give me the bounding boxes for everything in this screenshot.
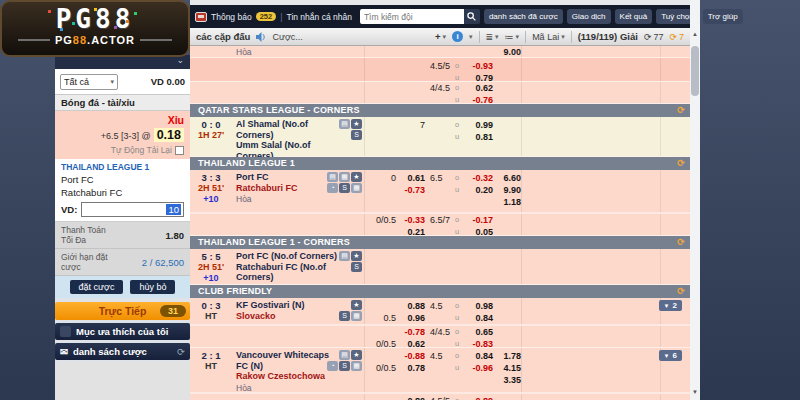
refresh-icon[interactable]: ⟳ — [677, 104, 685, 117]
view-control[interactable]: ≔ ▾ — [505, 32, 520, 42]
odds-1x2[interactable]: 1.18 — [493, 196, 521, 208]
over-odds[interactable]: 0.98 — [463, 300, 493, 312]
filter-select[interactable]: Tất cả ▾ — [60, 74, 118, 90]
favorites-button[interactable]: Mục ưa thích của tôi — [55, 323, 190, 340]
under-odds[interactable]: 0.20 — [463, 184, 493, 196]
notifications-link[interactable]: Thông báo — [211, 12, 252, 22]
odds-type-select[interactable]: Mã Lai ▾ — [532, 32, 565, 42]
refresh-icon[interactable]: ⟳ — [677, 157, 685, 170]
over-odds[interactable]: 0.62 — [463, 82, 493, 94]
scroll-up-icon[interactable]: ▲ — [690, 31, 700, 37]
goal-line: 4.5/5 — [425, 395, 451, 400]
under-odds[interactable]: -0.96 — [463, 362, 493, 374]
odds-1x2[interactable]: 9.90 — [493, 184, 521, 196]
over-marker: o — [451, 395, 463, 400]
stats-icon[interactable]: S — [339, 183, 350, 193]
odds-1x2[interactable]: 1.78 — [493, 350, 521, 362]
nav-results-button[interactable]: Kết quả — [615, 9, 653, 24]
tv-icon[interactable]: ▤ — [339, 119, 350, 129]
place-bet-button[interactable]: đặt cược — [70, 280, 124, 294]
hdp-odds[interactable]: 0.61 — [399, 172, 425, 184]
chevron-down-icon: ▾ — [110, 78, 114, 86]
over-odds[interactable]: 0.84 — [463, 350, 493, 362]
scrollbar-thumb[interactable] — [691, 46, 699, 96]
chart-icon[interactable]: ▦ — [339, 172, 350, 182]
over-odds[interactable]: -0.32 — [463, 172, 493, 184]
clock-icon[interactable]: ◔ — [327, 361, 338, 371]
pg88-logo[interactable]: PG88 PG88.ACTOR — [0, 0, 190, 57]
max-payout-value: 1.80 — [166, 230, 185, 241]
hdp-odds[interactable]: -0.73 — [399, 184, 425, 196]
over-odds[interactable]: -0.17 — [463, 214, 493, 226]
clock-icon[interactable]: ◔ — [327, 183, 338, 193]
more-bets-badge[interactable]: ▼6 — [659, 350, 682, 361]
hdp-odds[interactable]: -0.78 — [399, 326, 425, 338]
over-odds[interactable]: -0.89 — [463, 395, 493, 400]
odds-1x2[interactable]: 3.35 — [493, 374, 521, 386]
league-header-qatar[interactable]: QATAR STARS LEAGUE - CORNERS ⟳ — [190, 104, 690, 117]
tv-icon[interactable]: ▤ — [339, 350, 350, 360]
auto-refresh-control[interactable]: ⟳ 7 — [669, 32, 684, 42]
messages-link[interactable]: Tin nhắn cá nhân — [287, 12, 352, 22]
stats-icon[interactable]: S — [339, 311, 350, 321]
refresh-control[interactable]: ⟳ 77 — [644, 32, 664, 42]
auto-reload-checkbox[interactable] — [175, 146, 184, 155]
info-icon[interactable]: i — [452, 31, 463, 42]
sort-control[interactable]: ≣ ▾ — [486, 32, 499, 42]
sidebar-collapsed-bar[interactable]: ⌄ — [55, 55, 190, 69]
star-icon[interactable]: ★ — [351, 119, 362, 129]
star-icon[interactable]: ★ — [351, 172, 362, 182]
add-control[interactable]: + ▾ — [435, 31, 446, 42]
nav-help-button[interactable]: Trợ giúp — [703, 9, 743, 24]
under-odds[interactable]: 0.81 — [463, 131, 493, 143]
under-odds[interactable]: 0.84 — [463, 312, 493, 324]
nav-transactions-button[interactable]: Giao dịch — [567, 9, 611, 24]
odds-1x2[interactable]: 6.60 — [493, 172, 521, 184]
prev-match-ou-row: 4.5/5o-0.93 u0.79 — [190, 58, 690, 82]
more-bets-badge[interactable]: ▼2 — [659, 300, 682, 311]
hdp-odds[interactable]: 0.78 — [399, 362, 425, 374]
over-odds[interactable]: 0.99 — [463, 119, 493, 131]
hdp-odds[interactable]: 0.88 — [399, 300, 425, 312]
stats-icon[interactable]: S — [351, 262, 362, 272]
over-odds[interactable]: -0.93 — [463, 60, 493, 72]
grid-icon[interactable]: ▦ — [351, 183, 362, 193]
chevron-down-icon[interactable]: ▾ — [469, 33, 473, 41]
refresh-icon[interactable]: ⟳ — [677, 285, 685, 298]
tv-icon[interactable]: ▤ — [339, 251, 350, 261]
live-section-button[interactable]: Trực Tiếp 31 — [55, 302, 190, 320]
search-button[interactable] — [464, 9, 480, 24]
star-icon[interactable]: ★ — [351, 300, 362, 310]
cancel-bet-button[interactable]: hủy bỏ — [130, 280, 175, 294]
nav-bet-list-button[interactable]: danh sách đã cược — [484, 9, 563, 24]
balance-value: VD 0.00 — [151, 76, 185, 87]
speaker-icon[interactable] — [256, 32, 266, 42]
refresh-icon[interactable]: ⟳ — [177, 346, 185, 357]
scroll-down-icon[interactable]: ▼ — [690, 389, 700, 395]
league-header-club-friendly[interactable]: CLUB FRIENDLY ⟳ — [190, 285, 690, 298]
league-header-thailand[interactable]: THAILAND LEAGUE 1 ⟳ — [190, 157, 690, 170]
vertical-scrollbar[interactable]: ▲ ▼ — [690, 0, 700, 400]
balance-row: Tất cả ▾ VD 0.00 — [55, 69, 190, 95]
league-header-thailand-corners[interactable]: THAILAND LEAGUE 1 - CORNERS ⟳ — [190, 236, 690, 249]
refresh-icon[interactable]: ⟳ — [677, 236, 685, 249]
over-odds[interactable]: 0.65 — [463, 326, 493, 338]
hdp-odds[interactable]: 0.80 — [399, 395, 425, 400]
grid-icon[interactable]: ▦ — [351, 361, 362, 371]
stake-input[interactable]: 10 — [81, 202, 184, 217]
hdp-odds[interactable]: -0.88 — [399, 350, 425, 362]
hdp-odds[interactable]: -0.33 — [399, 214, 425, 226]
grid-icon[interactable]: ▦ — [351, 311, 362, 321]
tv-icon[interactable]: ▤ — [327, 172, 338, 182]
bet-list-button[interactable]: ✉ danh sách cược ⟳ — [55, 343, 190, 360]
stats-icon[interactable]: S — [339, 361, 350, 371]
star-icon[interactable]: ★ — [351, 251, 362, 261]
search-input[interactable] — [360, 9, 464, 24]
odds-1x2[interactable]: 4.15 — [493, 362, 521, 374]
team-search — [360, 9, 480, 24]
star-icon[interactable]: ★ — [351, 350, 362, 360]
match-time: HT — [190, 311, 232, 322]
hdp-odds[interactable]: 0.96 — [399, 312, 425, 324]
stats-icon[interactable]: S — [351, 130, 362, 140]
odds-1x2[interactable]: 9.00 — [493, 46, 521, 58]
